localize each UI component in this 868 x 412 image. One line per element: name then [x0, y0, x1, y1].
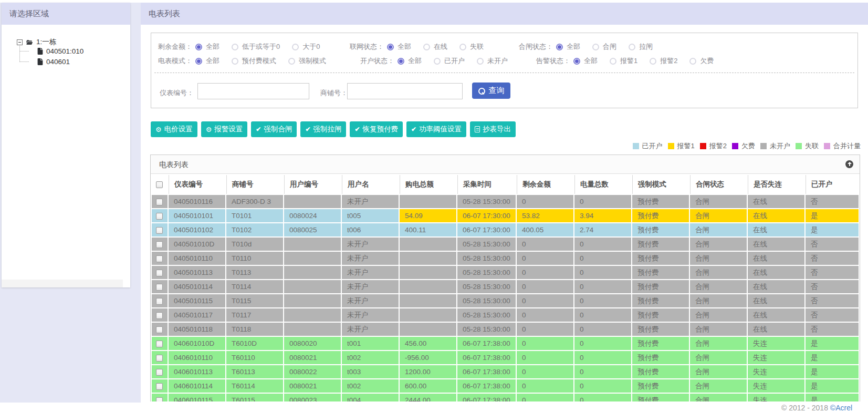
filter-label: 剩余金额：	[158, 42, 192, 52]
table-cell: 预付费	[632, 294, 689, 307]
column-header: 用户名	[342, 175, 399, 194]
table-cell: 0	[574, 394, 631, 401]
table-cell: 未开户	[342, 294, 399, 307]
table-cell: 否	[806, 266, 859, 279]
radio-icon[interactable]	[434, 58, 441, 65]
radio-option[interactable]: 全部	[387, 43, 411, 51]
radio-icon[interactable]	[573, 58, 580, 65]
row-checkbox[interactable]	[156, 284, 163, 291]
radio-icon[interactable]	[387, 44, 394, 50]
action-button[interactable]: ✔恢复预付费	[350, 121, 403, 137]
radio-option[interactable]: 未开户	[477, 57, 508, 65]
radio-option[interactable]: 失联	[459, 43, 484, 51]
legend-label: 欠费	[741, 141, 755, 151]
table-cell: 失连	[748, 365, 804, 378]
radio-option[interactable]: 全部	[195, 43, 219, 51]
radio-option[interactable]: 全部	[195, 57, 219, 65]
table-cell: 合闸	[690, 209, 747, 222]
radio-option[interactable]: 全部	[573, 57, 598, 65]
filter-group: 剩余金额：全部低于或等于0大于0	[158, 42, 332, 52]
radio-icon[interactable]	[195, 44, 202, 50]
radio-icon[interactable]	[650, 58, 656, 65]
table-cell: 合闸	[690, 365, 747, 378]
radio-option[interactable]: 拉闸	[629, 43, 653, 51]
table-cell: 0080024	[284, 209, 341, 222]
row-checkbox[interactable]	[156, 227, 163, 234]
radio-icon[interactable]	[288, 58, 295, 65]
row-checkbox[interactable]	[156, 341, 163, 347]
table-cell: 0	[574, 351, 631, 364]
radio-icon[interactable]	[610, 58, 616, 65]
table-cell	[400, 252, 456, 265]
tree-node-child[interactable]: 040501:010	[37, 47, 83, 55]
row-checkbox[interactable]	[156, 298, 163, 305]
table-cell: 预付费	[632, 195, 689, 208]
radio-icon[interactable]	[423, 44, 430, 50]
vendor-link[interactable]: ©Acrel	[830, 404, 852, 412]
meter-no-input[interactable]	[197, 83, 309, 99]
radio-icon[interactable]	[195, 58, 202, 65]
table-cell: t002	[342, 351, 399, 364]
row-checkbox[interactable]	[156, 369, 163, 376]
table-cell: ADF300-D 3	[226, 195, 283, 208]
table-cell	[284, 323, 341, 336]
radio-option[interactable]: 欠费	[689, 57, 714, 65]
radio-option[interactable]: 全部	[556, 43, 580, 51]
select-all-checkbox[interactable]	[156, 181, 163, 188]
table-cell: 05-28 15:30:00	[457, 252, 516, 265]
shop-no-input[interactable]	[347, 83, 463, 99]
action-button[interactable]: ✔功率阈值设置	[406, 121, 466, 137]
table-cell: 失连	[748, 337, 804, 350]
search-button[interactable]: 查询	[472, 83, 510, 99]
table-cell: T60110	[226, 351, 283, 364]
row-checkbox[interactable]	[156, 270, 163, 276]
radio-icon[interactable]	[477, 58, 484, 65]
radio-icon[interactable]	[556, 44, 563, 50]
radio-option[interactable]: 低于或等于0	[232, 43, 280, 51]
radio-icon[interactable]	[459, 44, 466, 50]
action-button[interactable]: ⚙报警设置	[201, 121, 248, 137]
table-row: 040501010DT010d未开户05-28 15:30:0000预付费合闸在…	[152, 238, 859, 251]
table-cell: t001	[342, 337, 399, 350]
row-checkbox[interactable]	[156, 255, 163, 262]
radio-icon[interactable]	[398, 58, 404, 65]
radio-icon[interactable]	[232, 58, 238, 65]
radio-option[interactable]: 在线	[423, 43, 447, 51]
table-cell: 456.00	[400, 337, 456, 350]
radio-option[interactable]: 已开户	[434, 57, 465, 65]
radio-option[interactable]: 全部	[398, 57, 422, 65]
radio-option[interactable]: 合闸	[592, 43, 616, 51]
row-checkbox[interactable]	[156, 241, 163, 248]
table-cell: 否	[806, 252, 859, 265]
radio-option[interactable]: 强制模式	[288, 57, 326, 65]
radio-option[interactable]: 报警2	[650, 57, 677, 65]
action-button[interactable]: 抄表导出	[470, 121, 516, 137]
radio-option[interactable]: 大于0	[292, 43, 320, 51]
radio-icon[interactable]	[232, 44, 238, 50]
table-cell: 06-07 17:38:00	[457, 379, 516, 393]
action-button[interactable]: ✔强制拉闸	[300, 121, 346, 137]
radio-icon[interactable]	[592, 44, 599, 50]
row-checkbox[interactable]	[156, 326, 163, 333]
collapse-up-icon[interactable]	[845, 160, 853, 168]
collapse-minus-icon[interactable]	[17, 39, 23, 45]
tree-node-root[interactable]: 1:一栋	[17, 37, 56, 47]
row-checkbox[interactable]	[156, 199, 163, 205]
radio-option[interactable]: 预付费模式	[232, 57, 276, 65]
row-checkbox[interactable]	[156, 397, 163, 401]
radio-icon[interactable]	[689, 58, 696, 65]
check-icon: ✔	[411, 126, 416, 132]
action-button[interactable]: ✔强制合闸	[251, 121, 297, 137]
tree-node-child[interactable]: 040601	[37, 58, 70, 66]
radio-icon[interactable]	[292, 44, 299, 50]
action-button[interactable]: ⚙电价设置	[151, 121, 197, 137]
radio-option[interactable]: 报警1	[610, 57, 637, 65]
row-checkbox[interactable]	[156, 213, 163, 220]
row-checkbox[interactable]	[156, 312, 163, 319]
filter-group: 告警状态：全部报警1报警2欠费	[536, 56, 726, 66]
row-checkbox[interactable]	[156, 383, 163, 390]
radio-icon[interactable]	[629, 44, 635, 50]
table-row: 0405010113T0113未开户05-28 15:30:0000预付费合闸在…	[152, 266, 859, 279]
table-cell: T0118	[226, 323, 283, 336]
row-checkbox[interactable]	[156, 355, 163, 362]
